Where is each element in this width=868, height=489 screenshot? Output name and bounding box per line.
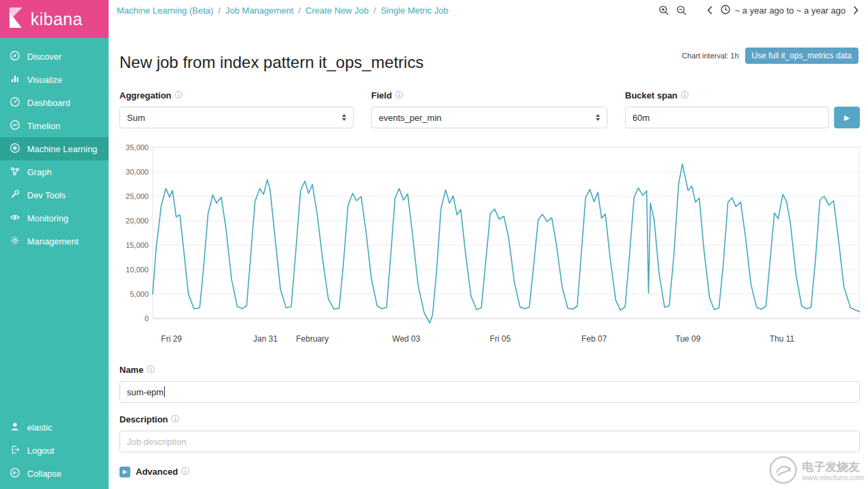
timelion-icon [10, 120, 20, 132]
x-tick-label: Wed 03 [392, 334, 420, 344]
sidebar-item-timelion[interactable]: Timelion [0, 114, 109, 137]
watermark-logo-icon [768, 455, 798, 488]
kibana-app: { "branding": { "logo_text": "kibana" },… [0, 0, 868, 489]
zoom-out-icon[interactable] [676, 5, 687, 16]
next-time-range-icon[interactable] [852, 5, 860, 16]
breadcrumb-job-management[interactable]: Job Management [225, 5, 293, 16]
sidebar-item-label: Dashboard [27, 98, 71, 108]
breadcrumb-single-metric-job[interactable]: Single Metric Job [381, 5, 449, 16]
kibana-wordmark: kibana [31, 10, 83, 29]
expand-icon: ▶ [123, 469, 127, 475]
sidebar-item-dashboard[interactable]: Dashboard [0, 91, 109, 114]
aggregation-value: Sum [127, 113, 145, 123]
aggregation-select[interactable]: Sum [119, 107, 354, 128]
sidebar-item-label: Monitoring [27, 213, 69, 223]
job-description-input[interactable]: Job description [119, 431, 860, 452]
y-tick-label: 10,000 [126, 266, 149, 274]
run-preview-button[interactable]: ▶ [834, 107, 860, 128]
x-tick-label: Fri 29 [161, 334, 182, 344]
select-arrows-icon [596, 114, 600, 121]
field-label: Field ⓘ [371, 90, 607, 101]
breadcrumb-separator: / [218, 5, 221, 16]
x-tick-label: February [296, 334, 328, 344]
previous-time-range-icon[interactable] [706, 5, 714, 16]
watermark: 电子发烧友 www.elecfuns.com [768, 455, 864, 488]
clock-icon [720, 4, 731, 17]
info-icon: ⓘ [147, 364, 155, 376]
advanced-expand-button[interactable]: ▶ [119, 467, 130, 477]
sidebar-footer: elastic Logout Collapse [0, 416, 109, 485]
advanced-label[interactable]: Advanced ⓘ [136, 466, 189, 477]
sidebar-item-collapse[interactable]: Collapse [0, 462, 109, 485]
sidebar-item-graph[interactable]: Graph [0, 160, 109, 183]
field-select[interactable]: events_per_min [371, 107, 607, 128]
discover-icon [10, 50, 20, 63]
sidebar-item-logout[interactable]: Logout [0, 439, 109, 462]
logout-icon [10, 444, 20, 457]
kibana-logo[interactable]: kibana [0, 0, 109, 38]
sidebar-item-label: Discover [27, 52, 62, 62]
y-tick-label: 0 [145, 314, 149, 323]
sidebar-item-label: Graph [27, 167, 52, 177]
sidebar-item-visualize[interactable]: Visualize [0, 68, 109, 91]
sidebar-item-label: Visualize [27, 75, 62, 85]
job-name-input[interactable]: sum-epm [119, 381, 860, 403]
sidebar-item-machine-learning[interactable]: Machine Learning [0, 137, 109, 160]
text-caret [164, 386, 165, 397]
y-tick-label: 30,000 [126, 168, 149, 176]
bucket-span-input[interactable]: 60m [625, 107, 829, 128]
time-range-text: ~ a year ago to ~ a year ago [735, 5, 846, 16]
topbar: Machine Learning (Beta) / Job Management… [109, 0, 868, 20]
user-icon [10, 421, 20, 434]
sidebar-item-label: Collapse [27, 469, 62, 479]
chart-svg: 05,00010,00015,00020,00025,00030,00035,0… [119, 143, 860, 350]
field-value: events_per_min [379, 113, 442, 123]
use-full-data-button[interactable]: Use full it_ops_metrics data [745, 48, 858, 64]
dev-tools-icon [10, 189, 20, 202]
zoom-in-icon[interactable] [658, 5, 670, 16]
sidebar-item-monitoring[interactable]: Monitoring [0, 206, 109, 230]
breadcrumb-machine-learning[interactable]: Machine Learning (Beta) [117, 5, 213, 16]
breadcrumb: Machine Learning (Beta) / Job Management… [117, 5, 449, 16]
y-tick-label: 35,000 [126, 143, 149, 151]
x-tick-label: Thu 11 [770, 334, 795, 344]
sidebar: kibana Discover Visualize Dashboard Time… [0, 0, 109, 489]
bucket-span-label: Bucket span ⓘ [625, 90, 860, 101]
name-label: Name ⓘ [119, 364, 860, 376]
play-icon: ▶ [844, 113, 850, 122]
sidebar-item-dev-tools[interactable]: Dev Tools [0, 183, 109, 206]
watermark-url: www.elecfuns.com [802, 473, 864, 482]
y-tick-label: 25,000 [126, 192, 149, 200]
management-icon [10, 235, 20, 248]
sidebar-item-label: Management [27, 236, 79, 247]
sidebar-item-management[interactable]: Management [0, 230, 109, 253]
x-tick-label: Feb 07 [582, 334, 607, 344]
kibana-logo-icon [7, 7, 26, 31]
topbar-controls: ~ a year ago to ~ a year ago [658, 4, 860, 17]
info-icon: ⓘ [395, 90, 403, 101]
sidebar-item-discover[interactable]: Discover [0, 45, 109, 68]
timepicker[interactable]: ~ a year ago to ~ a year ago [720, 4, 846, 17]
sidebar-item-label: Logout [27, 446, 54, 456]
sidebar-nav: Discover Visualize Dashboard Timelion Ma… [0, 38, 109, 253]
sidebar-item-label: Machine Learning [27, 144, 97, 154]
sidebar-item-label: Dev Tools [27, 190, 66, 200]
machine-learning-icon [10, 143, 20, 156]
aggregation-label: Aggregation ⓘ [119, 90, 354, 101]
info-icon: ⓘ [181, 466, 189, 477]
main-content: Chart interval: 1h Use full it_ops_metri… [109, 20, 868, 489]
sidebar-item-elastic-user[interactable]: elastic [0, 416, 109, 439]
breadcrumb-create-new-job[interactable]: Create New Job [305, 5, 369, 16]
breadcrumb-separator: / [298, 5, 301, 16]
x-tick-label: Fri 05 [490, 334, 511, 344]
dashboard-icon [10, 96, 20, 109]
advanced-section: ▶ Advanced ⓘ [119, 466, 860, 477]
chart-toolbar: Chart interval: 1h Use full it_ops_metri… [682, 48, 858, 64]
job-description-placeholder: Job description [127, 437, 186, 447]
graph-icon [10, 166, 20, 179]
collapse-icon [10, 467, 20, 480]
sidebar-item-label: Timelion [27, 121, 60, 131]
metric-chart[interactable]: 05,00010,00015,00020,00025,00030,00035,0… [119, 143, 860, 350]
sidebar-item-label: elastic [27, 422, 52, 433]
description-label: Description ⓘ [119, 414, 860, 425]
